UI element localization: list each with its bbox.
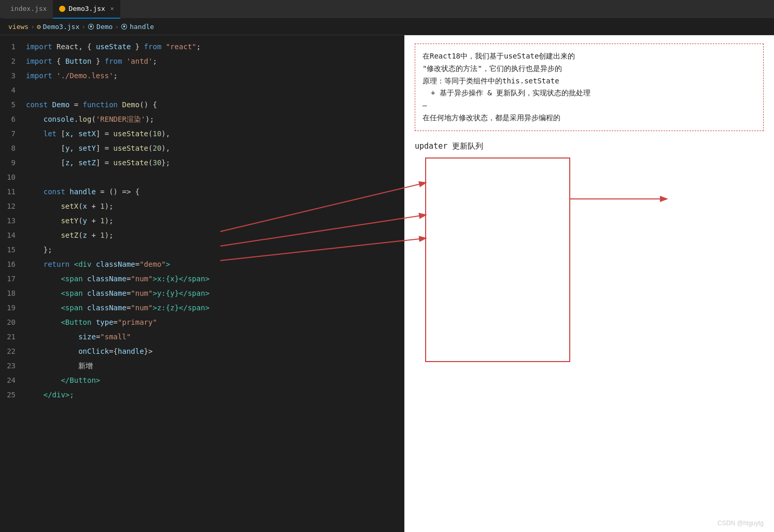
breadcrumb-demo: Demo [96,23,112,31]
right-arrow-svg [570,189,674,209]
line-number: 17 [0,271,26,286]
line-number: 18 [0,286,26,300]
code-line: 16 return <div className="demo"> [0,257,404,271]
code-line: 8 [y, setY] = useState(20), [0,141,404,155]
line-number: 8 [0,141,26,155]
updater-label: updater 更新队列 [415,141,764,151]
diagram-area [415,157,764,524]
line-number: 20 [0,315,26,329]
line-number: 14 [0,228,26,242]
tab-index-label: index.jsx [10,5,47,12]
code-line: 11 const handle = () => { [0,184,404,199]
code-line: 14 setZ(z + 1); [0,228,404,242]
line-content: setZ(z + 1); [26,228,114,242]
line-content: }; [26,242,52,257]
code-line: 9 [z, setZ] = useState(30}; [0,155,404,170]
code-line: 4 [0,83,404,97]
code-line: 24 </Button> [0,373,404,387]
line-number: 11 [0,184,26,199]
code-line: 18 <span className="num">y:{y}</span> [0,286,404,300]
line-content: </Button> [26,373,100,387]
code-panel: 1import React, { useState } from "react"… [0,35,404,532]
line-number: 15 [0,242,26,257]
line-number: 12 [0,199,26,213]
breadcrumb-gear-icon: ⚙ [37,23,41,31]
line-number: 1 [0,39,26,54]
tab-index[interactable]: index.jsx [4,0,53,19]
tab-demo3[interactable]: Demo3.jsx ✕ [53,0,120,19]
right-panel: 在React18中，我们基于useState创建出来的 "修改状态的方法"，它们… [404,35,774,532]
code-line: 7 let [x, setX] = useState(10), [0,126,404,141]
close-icon[interactable]: ✕ [110,5,114,12]
code-line: 6 console.log('RENDER渲染'); [0,112,404,126]
breadcrumb-sym2: ⦿ [121,23,128,31]
line-content: import React, { useState } from "react"; [26,39,201,54]
line-content: size="small" [26,329,131,344]
code-line: 13 setY(y + 1); [0,213,404,228]
line-number: 6 [0,112,26,126]
tab-demo3-label: Demo3.jsx [68,5,105,12]
code-line: 5const Demo = function Demo() { [0,97,404,112]
line-number: 2 [0,54,26,68]
tab-bar: index.jsx Demo3.jsx ✕ [0,0,774,19]
code-line: 21 size="small" [0,329,404,344]
line-content: let [x, setX] = useState(10), [26,126,170,141]
annotation-line1: 在React18中，我们基于useState创建出来的 [423,50,756,63]
line-content: import { Button } from 'antd'; [26,54,157,68]
line-content: <span className="num">x:{x}</span> [26,271,209,286]
watermark: CSDN @htguytg [717,520,764,527]
annotation-line3: 原理：等同于类组件中的this.setState [423,75,756,88]
line-number: 3 [0,68,26,83]
annotation-line5: 在任何地方修改状态，都是采用异步编程的 [423,112,756,124]
line-content: </div>; [26,387,74,402]
line-number: 25 [0,387,26,402]
breadcrumb-handle: handle [130,23,154,31]
line-content: [z, setZ] = useState(30}; [26,155,170,170]
breadcrumb: views › ⚙ Demo3.jsx › ⦿ Demo › ⦿ handle [0,19,774,35]
main-area: 1import React, { useState } from "react"… [0,35,774,532]
annotation-line4: + 基于异步操作 & 更新队列，实现状态的批处理 [423,87,756,99]
queue-box [425,157,570,362]
code-line: 23 新增 [0,358,404,373]
line-number: 24 [0,373,26,387]
code-line: 20 <Button type="primary" [0,315,404,329]
code-line: 25 </div>; [0,387,404,402]
code-line: 17 <span className="num">x:{x}</span> [0,271,404,286]
line-content: <span className="num">z:{z}</span> [26,300,209,315]
line-number: 7 [0,126,26,141]
breadcrumb-file: Demo3.jsx [43,23,79,31]
line-number: 19 [0,300,26,315]
line-number: 16 [0,257,26,271]
annotation-box: 在React18中，我们基于useState创建出来的 "修改状态的方法"，它们… [415,44,764,131]
line-number: 13 [0,213,26,228]
tab-icon [59,6,65,12]
code-line: 3import './Demo.less'; [0,68,404,83]
line-content: import './Demo.less'; [26,68,118,83]
code-line: 1import React, { useState } from "react"… [0,39,404,54]
line-content: onClick={handle}> [26,344,152,358]
breadcrumb-sym1: ⦿ [88,23,94,31]
code-line: 2import { Button } from 'antd'; [0,54,404,68]
line-content: 新增 [26,358,93,373]
annotation-divider: — [423,99,756,112]
line-number: 21 [0,329,26,344]
annotation-line2: "修改状态的方法"，它们的执行也是异步的 [423,63,756,75]
line-number: 4 [0,83,26,97]
line-content: <span className="num">y:{y}</span> [26,286,209,300]
line-content: console.log('RENDER渲染'); [26,112,154,126]
code-line: 22 onClick={handle}> [0,344,404,358]
line-content: setX(x + 1); [26,199,114,213]
code-line: 19 <span className="num">z:{z}</span> [0,300,404,315]
code-line: 10 [0,170,404,184]
line-number: 9 [0,155,26,170]
code-line: 15 }; [0,242,404,257]
breadcrumb-views: views [8,23,29,31]
line-content: const handle = () => { [26,184,139,199]
line-content: <Button type="primary" [26,315,157,329]
line-number: 23 [0,358,26,373]
line-content: const Demo = function Demo() { [26,97,157,112]
line-number: 10 [0,170,26,184]
line-number: 5 [0,97,26,112]
line-number: 22 [0,344,26,358]
code-line: 12 setX(x + 1); [0,199,404,213]
